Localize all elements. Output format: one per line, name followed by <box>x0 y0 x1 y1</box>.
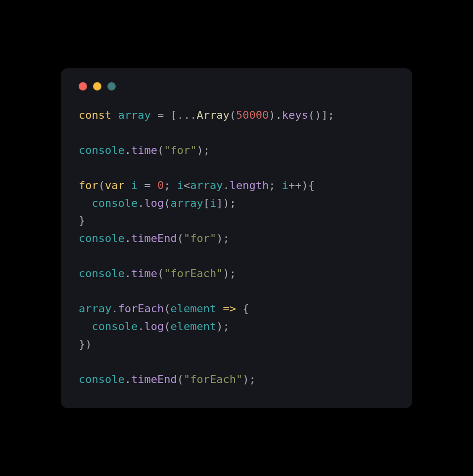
code-token: } <box>79 214 85 227</box>
code-token: 50000 <box>236 109 269 121</box>
code-line: console.timeEnd("for"); <box>79 230 394 247</box>
code-token: = <box>157 109 164 121</box>
code-token: console <box>79 267 125 280</box>
code-token: i <box>177 179 184 191</box>
code-token: Array <box>196 109 229 121</box>
code-line: console.time("for"); <box>79 142 394 159</box>
code-token: ) <box>223 197 229 209</box>
code-token: ) <box>242 373 249 385</box>
code-token: ) <box>269 109 275 121</box>
code-token: ( <box>177 373 184 385</box>
code-token: ; <box>223 320 229 333</box>
code-line: console.log(array[i]); <box>79 194 394 212</box>
code-token: "for" <box>184 232 216 244</box>
code-token: array <box>190 179 223 191</box>
code-token: ; <box>230 197 236 209</box>
code-token: console <box>79 232 125 244</box>
code-token <box>125 179 131 191</box>
code-token: ( <box>308 109 315 121</box>
code-line: for(var i = 0; i<array.length; i++){ <box>79 177 394 194</box>
code-token <box>151 179 157 191</box>
code-token: forEach <box>118 302 164 315</box>
code-token: array <box>170 197 203 209</box>
code-token <box>275 179 282 191</box>
code-token: 0 <box>157 179 164 191</box>
code-line: console.time("forEach"); <box>79 265 394 283</box>
code-token <box>164 109 170 121</box>
code-token: ] <box>321 109 328 121</box>
code-line <box>79 159 394 177</box>
code-token: ( <box>157 144 164 156</box>
code-token: = <box>144 179 151 191</box>
code-token: . <box>223 179 229 191</box>
code-token: ) <box>315 109 321 121</box>
code-token: { <box>242 302 249 315</box>
code-token: . <box>125 144 131 156</box>
code-block: const array = [...Array(50000).keys()]; … <box>79 106 394 388</box>
code-token: [ <box>170 109 177 121</box>
code-token: ; <box>230 267 236 280</box>
code-token: ) <box>85 338 92 350</box>
code-window: const array = [...Array(50000).keys()]; … <box>61 68 412 408</box>
code-token: i <box>210 197 216 209</box>
code-token: . <box>111 302 118 315</box>
code-token: array <box>118 109 150 121</box>
code-token: ) <box>216 232 223 244</box>
code-token <box>151 109 157 121</box>
code-token: [ <box>203 197 210 209</box>
code-token: ; <box>328 109 334 121</box>
code-token: element <box>170 302 216 315</box>
code-token: ] <box>216 197 223 209</box>
code-token: ++ <box>288 179 302 191</box>
code-token: var <box>105 179 125 191</box>
maximize-icon[interactable] <box>107 82 116 91</box>
code-line <box>79 353 394 371</box>
code-token: . <box>138 320 144 333</box>
code-token: ( <box>157 267 164 280</box>
code-token: . <box>138 197 144 209</box>
code-token <box>138 179 144 191</box>
code-token: ( <box>164 302 170 315</box>
code-token: ) <box>301 179 308 191</box>
code-token: ) <box>223 267 229 280</box>
code-token: log <box>144 320 164 333</box>
close-icon[interactable] <box>79 82 87 91</box>
code-token: timeEnd <box>131 373 177 385</box>
code-line: console.timeEnd("forEach"); <box>79 371 394 388</box>
code-token: console <box>92 197 138 209</box>
code-token: i <box>282 179 288 191</box>
code-token <box>111 109 118 121</box>
code-token: ( <box>230 109 236 121</box>
window-titlebar <box>79 82 394 91</box>
code-line: }) <box>79 335 394 353</box>
code-line <box>79 124 394 142</box>
code-token: { <box>308 179 315 191</box>
code-line <box>79 247 394 265</box>
code-token: console <box>92 320 138 333</box>
code-token: => <box>223 302 236 315</box>
code-token: ( <box>164 197 170 209</box>
code-token: ( <box>98 179 105 191</box>
code-token: timeEnd <box>131 232 177 244</box>
code-token: . <box>125 267 131 280</box>
code-token: "forEach" <box>164 267 223 280</box>
code-token: } <box>79 338 85 350</box>
code-token: array <box>79 302 111 315</box>
code-token: i <box>131 179 138 191</box>
code-token: time <box>131 267 157 280</box>
code-token: . <box>125 232 131 244</box>
minimize-icon[interactable] <box>93 82 101 91</box>
code-token: ; <box>249 373 255 385</box>
code-token: console <box>79 144 125 156</box>
code-token: "forEach" <box>184 373 242 385</box>
code-token: keys <box>282 109 308 121</box>
code-line: console.log(element); <box>79 318 394 335</box>
code-token: ; <box>269 179 275 191</box>
code-token <box>236 302 242 315</box>
code-token: console <box>79 373 125 385</box>
code-token: ; <box>164 179 170 191</box>
code-line: array.forEach(element => { <box>79 300 394 318</box>
code-token: ) <box>196 144 203 156</box>
code-token: const <box>79 109 111 121</box>
code-token <box>171 179 177 191</box>
